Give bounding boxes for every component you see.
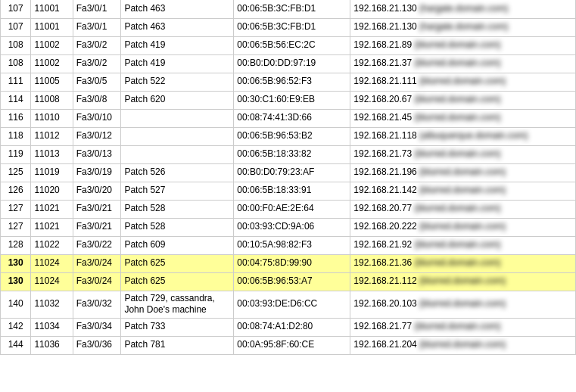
vlan-cell: 11036: [31, 336, 73, 354]
mac-cell: 00:B0:D0:DD:97:19: [234, 54, 350, 73]
interface-cell: Fa3/0/5: [73, 73, 121, 91]
vlan-cell: 11032: [31, 291, 73, 318]
mac-cell: 00:30:C1:60:E9:EB: [234, 91, 350, 109]
interface-cell: Fa3/0/21: [73, 200, 121, 218]
vlan-cell: 11021: [31, 218, 73, 236]
port-num-cell: 130: [1, 254, 31, 272]
ip-host-cell: 192.168.21.118 (albuquerque.domain.com): [350, 127, 576, 145]
interface-cell: Fa3/0/10: [73, 109, 121, 127]
ip-host-cell: 192.168.20.103 (blurred.domain.com): [350, 291, 576, 318]
table-row: 12611020Fa3/0/20Patch 52700:06:5B:18:33:…: [1, 182, 576, 200]
interface-cell: Fa3/0/2: [73, 36, 121, 54]
ip-host-cell: 192.168.21.77 (blurred.domain.com): [350, 318, 576, 336]
table-row: 11911013Fa3/0/1300:06:5B:18:33:82192.168…: [1, 145, 576, 163]
port-num-cell: 126: [1, 182, 31, 200]
interface-cell: Fa3/0/19: [73, 163, 121, 182]
ip-host-cell: 192.168.20.67 (blurred.domain.com): [350, 91, 576, 109]
vlan-cell: 11010: [31, 109, 73, 127]
table-row: 11611010Fa3/0/1000:08:74:41:3D:66192.168…: [1, 109, 576, 127]
mac-cell: 00:08:74:A1:D2:80: [234, 318, 350, 336]
ip-host-cell: 192.168.21.36 (blurred.domain.com): [350, 254, 576, 272]
mac-cell: 00:06:5B:3C:FB:D1: [234, 18, 350, 36]
interface-cell: Fa3/0/2: [73, 54, 121, 73]
patch-cell: Patch 463: [121, 18, 234, 36]
ip-host-cell: 192.168.21.89 (blurred.domain.com): [350, 36, 576, 54]
table-row: 13011024Fa3/0/24Patch 62500:04:75:8D:99:…: [1, 254, 576, 272]
interface-cell: Fa3/0/32: [73, 291, 121, 318]
table-row: 12511019Fa3/0/19Patch 52600:B0:D0:79:23:…: [1, 163, 576, 182]
vlan-cell: 11021: [31, 200, 73, 218]
vlan-cell: 11005: [31, 73, 73, 91]
patch-cell: Patch 729, cassandra, John Doe's machine: [121, 291, 234, 318]
ip-host-cell: 192.168.20.77 (blurred.domain.com): [350, 200, 576, 218]
port-num-cell: 144: [1, 336, 31, 354]
mac-cell: 00:00:F0:AE:2E:64: [234, 200, 350, 218]
patch-cell: Patch 528: [121, 218, 234, 236]
vlan-cell: 11022: [31, 236, 73, 254]
patch-cell: Patch 609: [121, 236, 234, 254]
table-row: 13011024Fa3/0/24Patch 62500:06:5B:96:53:…: [1, 272, 576, 291]
mac-cell: 00:04:75:8D:99:90: [234, 254, 350, 272]
vlan-cell: 11012: [31, 127, 73, 145]
table-row: 11411008Fa3/0/8Patch 62000:30:C1:60:E9:E…: [1, 91, 576, 109]
mac-cell: 00:03:93:DE:D6:CC: [234, 291, 350, 318]
interface-cell: Fa3/0/36: [73, 336, 121, 354]
table-row: 12711021Fa3/0/21Patch 52800:00:F0:AE:2E:…: [1, 200, 576, 218]
mac-cell: 00:06:5B:56:EC:2C: [234, 36, 350, 54]
ip-host-cell: 192.168.21.130 (hargate.domain.com): [350, 18, 576, 36]
mac-cell: 00:06:5B:96:52:F3: [234, 73, 350, 91]
interface-cell: Fa3/0/8: [73, 91, 121, 109]
patch-cell: Patch 733: [121, 318, 234, 336]
ip-host-cell: 192.168.21.37 (blurred.domain.com): [350, 54, 576, 73]
port-num-cell: 127: [1, 200, 31, 218]
interface-cell: Fa3/0/1: [73, 18, 121, 36]
patch-cell: Patch 620: [121, 91, 234, 109]
patch-cell: Patch 625: [121, 254, 234, 272]
patch-cell: Patch 781: [121, 336, 234, 354]
port-num-cell: 140: [1, 291, 31, 318]
mac-cell: 00:06:5B:18:33:82: [234, 145, 350, 163]
ip-host-cell: 192.168.21.204 (blurred.domain.com): [350, 336, 576, 354]
port-num-cell: 114: [1, 91, 31, 109]
table-row: 12811022Fa3/0/22Patch 60900:10:5A:98:82:…: [1, 236, 576, 254]
interface-cell: Fa3/0/22: [73, 236, 121, 254]
ip-host-cell: 192.168.21.92 (blurred.domain.com): [350, 236, 576, 254]
vlan-cell: 11024: [31, 254, 73, 272]
ip-host-cell: 192.168.21.196 (blurred.domain.com): [350, 163, 576, 182]
interface-cell: Fa3/0/24: [73, 254, 121, 272]
interface-cell: Fa3/0/24: [73, 272, 121, 291]
ip-host-cell: 192.168.21.45 (blurred.domain.com): [350, 109, 576, 127]
port-num-cell: 119: [1, 145, 31, 163]
patch-cell: [121, 127, 234, 145]
table-row: 11811012Fa3/0/1200:06:5B:96:53:B2192.168…: [1, 127, 576, 145]
table-row: 14011032Fa3/0/32Patch 729, cassandra, Jo…: [1, 291, 576, 318]
main-table-container: 10711001Fa3/0/1Patch 46300:06:5B:3C:FB:D…: [0, 0, 576, 392]
port-num-cell: 125: [1, 163, 31, 182]
interface-cell: Fa3/0/13: [73, 145, 121, 163]
interface-cell: Fa3/0/12: [73, 127, 121, 145]
mac-cell: 00:10:5A:98:82:F3: [234, 236, 350, 254]
port-num-cell: 130: [1, 272, 31, 291]
vlan-cell: 11020: [31, 182, 73, 200]
vlan-cell: 11001: [31, 18, 73, 36]
patch-cell: [121, 145, 234, 163]
network-table: 10711001Fa3/0/1Patch 46300:06:5B:3C:FB:D…: [0, 0, 576, 355]
interface-cell: Fa3/0/34: [73, 318, 121, 336]
vlan-cell: 11019: [31, 163, 73, 182]
ip-host-cell: 192.168.21.111 (blurred.domain.com): [350, 73, 576, 91]
table-row: 10811002Fa3/0/2Patch 41900:06:5B:56:EC:2…: [1, 36, 576, 54]
ip-host-cell: 192.168.21.112 (blurred.domain.com): [350, 272, 576, 291]
mac-cell: 00:06:5B:96:53:B2: [234, 127, 350, 145]
port-num-cell: 127: [1, 218, 31, 236]
vlan-cell: 11002: [31, 36, 73, 54]
port-num-cell: 107: [1, 18, 31, 36]
port-num-cell: 111: [1, 73, 31, 91]
port-num-cell: 142: [1, 318, 31, 336]
vlan-cell: 11002: [31, 54, 73, 73]
mac-cell: 00:03:93:CD:9A:06: [234, 218, 350, 236]
vlan-cell: 11034: [31, 318, 73, 336]
port-num-cell: 108: [1, 54, 31, 73]
table-row: 10711001Fa3/0/1Patch 46300:06:5B:3C:FB:D…: [1, 18, 576, 36]
port-num-cell: 108: [1, 36, 31, 54]
vlan-cell: 11008: [31, 91, 73, 109]
